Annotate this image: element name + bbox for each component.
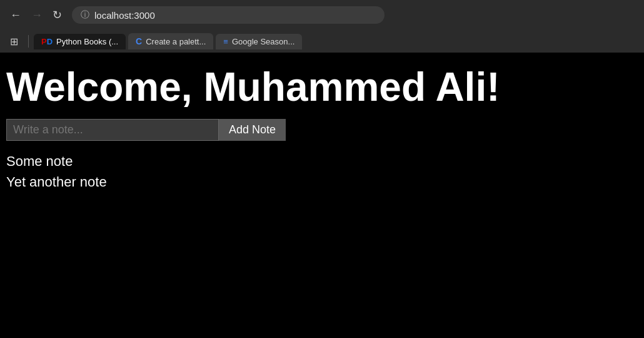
refresh-button[interactable]: ↻ bbox=[50, 6, 64, 24]
page-content: Welcome, Muhammed Ali! Add Note Some not… bbox=[0, 53, 644, 303]
tab-favicon-docs: ≡ bbox=[223, 37, 228, 46]
welcome-heading: Welcome, Muhammed Ali! bbox=[6, 65, 638, 109]
tabs-bar: ⊞ PD Python Books (... C Create a palett… bbox=[0, 30, 644, 53]
tab-favicon-pd: PD bbox=[41, 37, 53, 46]
info-icon: ⓘ bbox=[81, 9, 89, 21]
list-item: Some note bbox=[6, 151, 638, 172]
notes-list: Some note Yet another note bbox=[6, 151, 638, 192]
address-bar[interactable]: ⓘ localhost:3000 bbox=[72, 6, 385, 24]
tab-favicon-chrome: C bbox=[136, 36, 142, 46]
tab-label-python-books: Python Books (... bbox=[56, 37, 118, 46]
note-input[interactable] bbox=[6, 119, 219, 141]
url-text: localhost:3000 bbox=[94, 10, 155, 21]
tab-label-google-season: Google Season... bbox=[232, 37, 294, 46]
back-button[interactable]: ← bbox=[8, 7, 24, 23]
note-form: Add Note bbox=[6, 119, 638, 141]
tab-google-season[interactable]: ≡ Google Season... bbox=[216, 34, 302, 49]
tab-divider bbox=[28, 35, 29, 48]
list-item: Yet another note bbox=[6, 172, 638, 192]
tab-python-books[interactable]: PD Python Books (... bbox=[34, 34, 126, 49]
tab-grid-icon[interactable]: ⊞ bbox=[5, 33, 23, 50]
forward-button[interactable]: → bbox=[29, 7, 45, 23]
nav-buttons: ← → ↻ bbox=[8, 6, 64, 24]
tab-create-palette[interactable]: C Create a palett... bbox=[128, 33, 213, 49]
browser-toolbar: ← → ↻ ⓘ localhost:3000 bbox=[0, 0, 644, 30]
browser-chrome: ← → ↻ ⓘ localhost:3000 ⊞ PD Python Books… bbox=[0, 0, 644, 53]
add-note-button[interactable]: Add Note bbox=[219, 119, 286, 141]
tab-label-create-palette: Create a palett... bbox=[146, 37, 206, 46]
